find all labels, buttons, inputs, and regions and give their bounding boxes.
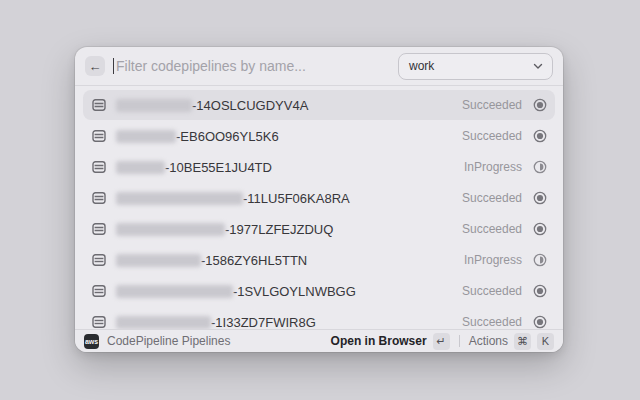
command-key-icon: ⌘ [514, 333, 531, 350]
inprogress-status-icon [533, 253, 547, 267]
pipeline-row[interactable]: -10BE55E1JU4TD InProgress [83, 152, 555, 182]
pipeline-name-suffix: -EB6OO96YL5K6 [176, 129, 462, 144]
redacted-name-segment [116, 192, 243, 205]
pipeline-icon [91, 221, 107, 237]
pipeline-name-suffix: -1SVLGOYLNWBGG [233, 284, 462, 299]
succeeded-status-icon [533, 98, 547, 112]
pipeline-row[interactable]: -1977LZFEJZDUQ Succeeded [83, 214, 555, 244]
status-label: InProgress [464, 160, 522, 174]
inprogress-status-icon [533, 160, 547, 174]
status-label: Succeeded [462, 315, 522, 329]
back-button[interactable]: ← [85, 56, 105, 76]
redacted-name-segment [116, 254, 201, 267]
redacted-name-segment [116, 223, 225, 236]
back-arrow-icon: ← [89, 60, 102, 73]
succeeded-status-icon [533, 191, 547, 205]
workspace-dropdown[interactable]: work [398, 53, 553, 80]
pipeline-name-suffix: -14OSLCUGDYV4A [192, 98, 462, 113]
pipeline-icon [91, 252, 107, 268]
pipeline-icon [91, 128, 107, 144]
extension-name: CodePipeline Pipelines [107, 334, 331, 348]
succeeded-status-icon [533, 129, 547, 143]
pipeline-icon [91, 314, 107, 329]
aws-logo-text: aws [85, 338, 98, 345]
pipeline-name-suffix: -1I33ZD7FWIR8G [211, 315, 462, 330]
status-label: Succeeded [462, 222, 522, 236]
succeeded-status-icon [533, 284, 547, 298]
redacted-name-segment [116, 285, 233, 298]
status-label: InProgress [464, 253, 522, 267]
pipeline-icon [91, 97, 107, 113]
aws-logo-icon: aws [84, 334, 99, 349]
search-bar: ← Filter codepipelines by name... work [75, 47, 563, 86]
succeeded-status-icon [533, 315, 547, 329]
pipeline-list: -14OSLCUGDYV4A Succeeded -EB6OO96YL5K6 S… [75, 86, 563, 329]
return-key-icon: ↵ [433, 333, 450, 350]
actions-button[interactable]: Actions [469, 334, 508, 348]
redacted-name-segment [116, 161, 165, 174]
status-label: Succeeded [462, 191, 522, 205]
pipeline-icon [91, 159, 107, 175]
pipeline-row[interactable]: -EB6OO96YL5K6 Succeeded [83, 121, 555, 151]
open-in-browser-button[interactable]: Open in Browser [331, 334, 427, 348]
footer-bar: aws CodePipeline Pipelines Open in Brows… [75, 329, 563, 352]
status-label: Succeeded [462, 98, 522, 112]
pipeline-row[interactable]: -11LU5F06KA8RA Succeeded [83, 183, 555, 213]
redacted-name-segment [116, 316, 211, 329]
pipeline-row[interactable]: -14OSLCUGDYV4A Succeeded [83, 90, 555, 120]
redacted-name-segment [116, 99, 192, 112]
pipeline-row[interactable]: -1SVLGOYLNWBGG Succeeded [83, 276, 555, 306]
pipeline-icon [91, 190, 107, 206]
pipeline-icon [91, 283, 107, 299]
search-input[interactable]: Filter codepipelines by name... [116, 58, 398, 74]
pipeline-row[interactable]: -1I33ZD7FWIR8G Succeeded [83, 307, 555, 329]
k-key-icon: K [537, 333, 554, 350]
footer-divider [459, 335, 460, 347]
status-label: Succeeded [462, 284, 522, 298]
succeeded-status-icon [533, 222, 547, 236]
status-label: Succeeded [462, 129, 522, 143]
text-cursor [113, 58, 114, 74]
pipeline-name-suffix: -10BE55E1JU4TD [165, 160, 464, 175]
pipeline-row[interactable]: -1586ZY6HL5TTN InProgress [83, 245, 555, 275]
launcher-window: ← Filter codepipelines by name... work -… [75, 47, 563, 352]
pipeline-name-suffix: -1586ZY6HL5TTN [201, 253, 464, 268]
redacted-name-segment [116, 130, 176, 143]
pipeline-name-suffix: -1977LZFEJZDUQ [225, 222, 462, 237]
chevron-down-icon [533, 63, 543, 70]
pipeline-name-suffix: -11LU5F06KA8RA [243, 191, 462, 206]
footer-actions: Open in Browser ↵ Actions ⌘ K [331, 333, 554, 350]
dropdown-value: work [409, 59, 533, 73]
